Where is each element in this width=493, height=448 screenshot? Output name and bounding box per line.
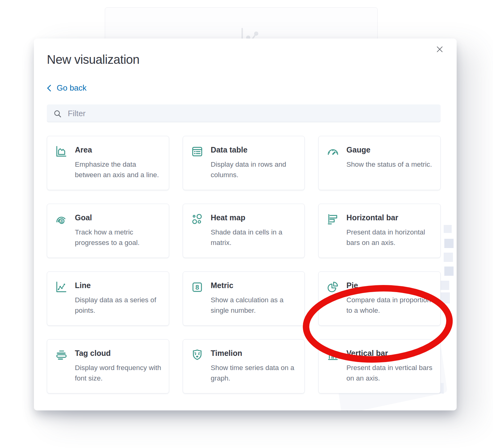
viz-card-gauge[interactable]: Gauge Show the status of a metric. [318, 136, 441, 190]
go-back-link[interactable]: Go back [47, 83, 87, 93]
viz-card-goal[interactable]: 8 Goal Track how a metric progresses to … [47, 204, 169, 258]
go-back-label: Go back [57, 83, 87, 93]
chevron-left-icon [47, 84, 52, 92]
card-description: Display data as a series of points. [75, 295, 161, 316]
card-title: Gauge [346, 145, 432, 154]
metric-icon: 8 [190, 280, 204, 294]
viz-card-data-table[interactable]: Data table Display data in rows and colu… [183, 136, 305, 190]
svg-text:8: 8 [195, 283, 199, 291]
page-title: New visualization [47, 53, 441, 67]
horizontal-bar-icon [326, 213, 340, 226]
new-visualization-modal: New visualization Go back [34, 39, 457, 410]
gauge-icon [326, 145, 340, 158]
card-description: Show a calculation as a single number. [211, 295, 297, 316]
svg-text:8: 8 [60, 219, 63, 224]
card-title: Goal [75, 213, 161, 222]
visualization-type-grid: Area Emphasize the data between an axis … [47, 136, 441, 393]
card-title: Horizontal bar [346, 213, 433, 222]
card-title: Area [75, 145, 161, 154]
vertical-bar-icon [326, 348, 340, 362]
card-title: Timelion [211, 349, 297, 358]
timelion-icon [190, 348, 204, 362]
card-description: Track how a metric progresses to a goal. [75, 227, 161, 248]
card-title: Line [75, 281, 161, 290]
card-description: Present data in horizontal bars on an ax… [346, 227, 433, 248]
viz-card-heat-map[interactable]: Heat map Shade data in cells in a matrix… [183, 204, 305, 258]
viz-card-area[interactable]: Area Emphasize the data between an axis … [47, 136, 169, 190]
card-description: Shade data in cells in a matrix. [211, 227, 297, 248]
card-description: Present data in vertical bars on an axis… [346, 363, 433, 384]
heat-map-icon [190, 213, 204, 226]
card-description: Show time series data on a graph. [211, 363, 297, 384]
viz-card-timelion[interactable]: Timelion Show time series data on a grap… [183, 339, 305, 393]
viz-card-tag-cloud[interactable]: Tag cloud Display word frequency with fo… [47, 339, 169, 393]
card-title: Metric [211, 281, 297, 290]
viz-card-vertical-bar[interactable]: Vertical bar Present data in vertical ba… [318, 339, 441, 393]
card-title: Heat map [211, 213, 297, 222]
card-description: Compare data in proportion to a whole. [346, 295, 433, 316]
card-description: Display data in rows and columns. [211, 159, 297, 180]
pie-chart-icon [326, 280, 340, 294]
data-table-icon [190, 145, 204, 158]
card-title: Data table [211, 145, 297, 154]
viz-card-metric[interactable]: 8 Metric Show a calculation as a single … [183, 271, 305, 326]
line-chart-icon [55, 280, 68, 294]
viz-card-horizontal-bar[interactable]: Horizontal bar Present data in horizonta… [318, 204, 441, 258]
goal-icon: 8 [55, 213, 68, 226]
viz-card-line[interactable]: Line Display data as a series of points. [47, 271, 169, 326]
card-description: Show the status of a metric. [346, 159, 432, 170]
card-description: Emphasize the data between an axis and a… [75, 159, 161, 180]
area-chart-icon [55, 145, 68, 158]
tag-cloud-icon [55, 348, 68, 362]
card-description: Display word frequency with font size. [75, 363, 161, 384]
card-title: Vertical bar [346, 349, 433, 358]
close-icon[interactable] [434, 44, 445, 55]
card-title: Tag cloud [75, 349, 161, 358]
viz-card-pie[interactable]: Pie Compare data in proportion to a whol… [318, 271, 441, 326]
filter-input[interactable] [47, 104, 441, 122]
card-title: Pie [346, 281, 433, 290]
